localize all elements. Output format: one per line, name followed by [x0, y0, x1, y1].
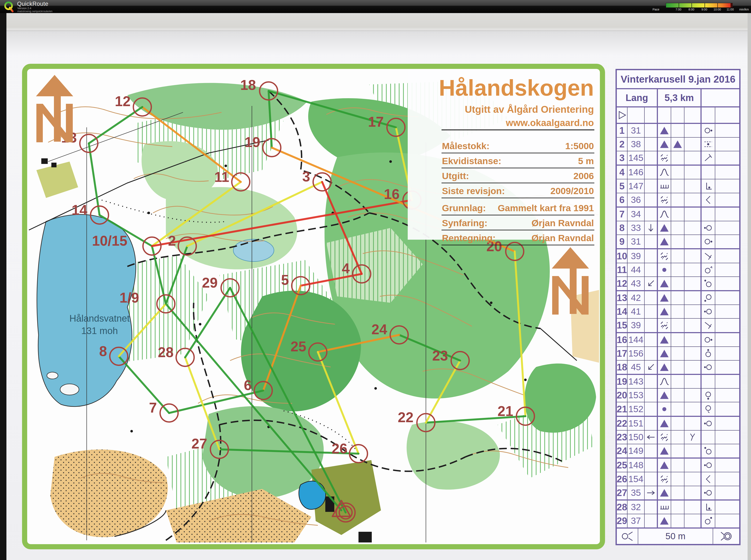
col-d-symbol [658, 207, 671, 221]
control-row: 22 151 [617, 416, 739, 430]
col-c-symbol [645, 166, 658, 179]
col-c-symbol [645, 305, 658, 318]
pace-unit: min/km [739, 8, 749, 11]
col-f-symbol [685, 151, 701, 164]
control-row: 29 37 [617, 514, 739, 527]
col-g-symbol [701, 501, 715, 514]
col-d-symbol [658, 486, 671, 499]
col-h-symbol [715, 291, 739, 304]
start-triangle-icon [617, 109, 627, 121]
col-c-symbol [645, 221, 658, 235]
control-label: 16 [384, 186, 400, 202]
start-row [617, 107, 739, 123]
control-number: 20 [617, 388, 628, 402]
control-label: 25 [291, 339, 306, 354]
col-g-symbol [701, 388, 715, 402]
course-header-blank [701, 89, 739, 106]
map-title-block: Hålandskogen Utgitt av Ålgård Orienterin… [408, 71, 598, 245]
col-f-symbol [685, 235, 701, 248]
pace-tick [705, 3, 705, 7]
app-title: QuickRoute [17, 1, 48, 7]
control-row: 5 147 [617, 179, 739, 193]
col-c-symbol [645, 249, 658, 263]
control-number: 6 [617, 193, 628, 206]
col-g-symbol [701, 151, 715, 164]
col-d-symbol [658, 514, 671, 527]
control-row: 9 31 [617, 235, 739, 248]
col-c-symbol [645, 235, 658, 248]
event-title: Vinterkarusell 9.jan 2016 [617, 70, 739, 89]
col-e-symbol [671, 501, 685, 514]
control-code: 39 [628, 249, 645, 263]
col-e-symbol [671, 277, 685, 290]
col-f-symbol [685, 319, 701, 332]
control-number: 19 [617, 375, 628, 388]
meta-value: 5 m [578, 156, 594, 166]
control-code: 149 [628, 444, 645, 458]
orienteering-map[interactable]: Hålandsvatnet 131 moh 1/9234567810/15111… [16, 50, 613, 553]
col-f-symbol [685, 249, 701, 263]
taped-route-icon [618, 531, 636, 542]
control-code: 147 [628, 179, 645, 193]
col-d-symbol [658, 431, 671, 444]
pace-tick [717, 3, 718, 7]
pace-tick-label: 8:00 [689, 8, 694, 11]
control-label: 22 [398, 409, 414, 425]
col-c-symbol [645, 361, 658, 374]
col-c-symbol [645, 459, 658, 472]
control-label: 11 [214, 169, 229, 185]
col-f-symbol [685, 501, 701, 514]
col-e-symbol [671, 207, 685, 221]
col-h-symbol [715, 514, 739, 527]
control-label: 12 [115, 93, 131, 109]
control-row: 7 34 [617, 206, 739, 221]
col-d-symbol [658, 249, 671, 263]
control-row: 15 39 [617, 318, 739, 332]
col-h-symbol [715, 459, 739, 472]
pace-gradient-bar [666, 3, 733, 8]
pace-tick [692, 3, 692, 7]
col-d-symbol [658, 444, 671, 458]
col-e-symbol [671, 375, 685, 388]
col-g-symbol [701, 514, 715, 527]
col-h-symbol [715, 402, 739, 416]
col-e-symbol [671, 138, 685, 151]
col-h-symbol [715, 486, 739, 499]
control-code: 45 [628, 361, 645, 374]
course-length: 5,3 km [658, 89, 701, 106]
col-g-symbol [701, 444, 715, 458]
col-g-symbol [701, 193, 715, 206]
control-code: 146 [628, 166, 645, 179]
col-c-symbol [645, 347, 658, 360]
col-e-symbol [671, 124, 685, 137]
control-number: 11 [617, 263, 628, 277]
col-h-symbol [715, 444, 739, 458]
control-row: 6 36 [617, 193, 739, 206]
control-number: 28 [617, 501, 628, 514]
control-label: 6 [244, 377, 252, 393]
col-c-symbol [645, 291, 658, 304]
control-code: 37 [628, 514, 645, 527]
col-c-symbol [645, 402, 658, 416]
control-row: 26 154 [617, 472, 739, 485]
col-c-symbol [645, 388, 658, 402]
col-g-symbol [701, 221, 715, 235]
control-label: 5 [281, 272, 289, 288]
control-row: 25 148 [617, 458, 739, 472]
col-f-symbol [685, 333, 701, 346]
card-footer: 50 m [617, 527, 739, 544]
control-number: 10 [617, 249, 628, 263]
col-g-symbol [701, 138, 715, 151]
control-label: 8 [99, 343, 107, 359]
col-g-symbol [701, 417, 715, 430]
scanned-paper: Hålandsvatnet 131 moh 1/9234567810/15111… [6, 13, 751, 560]
control-number: 27 [617, 486, 628, 499]
control-number: 18 [617, 361, 628, 374]
credit-value: Ørjan Ravndal [531, 218, 594, 228]
control-code: 145 [628, 151, 645, 164]
control-row: 2 38 [617, 137, 739, 151]
col-g-symbol [701, 472, 715, 485]
start-symbol-cell [617, 107, 628, 123]
control-number: 5 [617, 179, 628, 193]
col-d-symbol [658, 459, 671, 472]
